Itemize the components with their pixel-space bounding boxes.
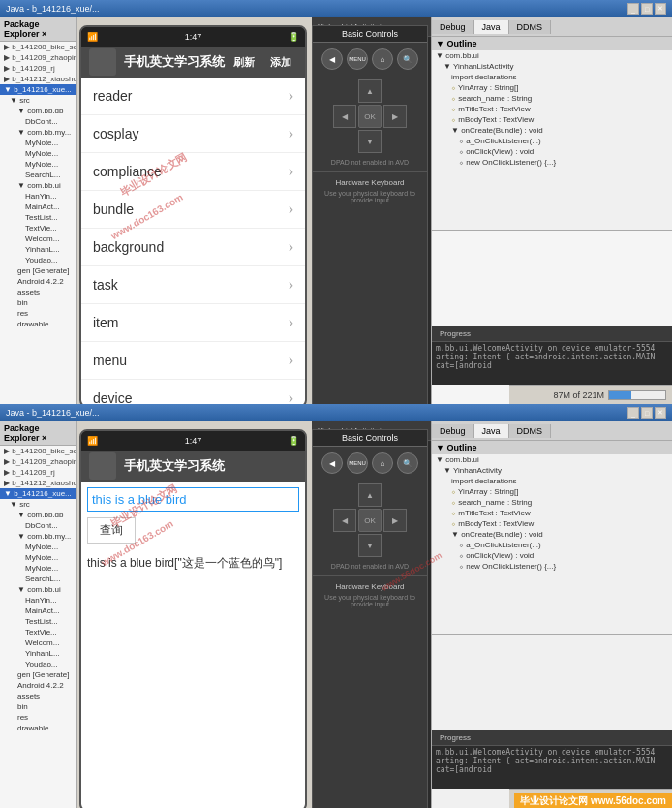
java-tab[interactable]: Java [474,20,509,34]
pkg-item[interactable]: Youdao... [0,255,76,265]
ddms-tab-b[interactable]: DDMS [509,424,552,438]
list-item-device[interactable]: device [81,380,305,406]
pkg-item[interactable]: TextVie... [0,223,76,233]
hw-back-btn[interactable]: ◀ [321,48,343,70]
pkg-item[interactable]: SearchL... [0,170,76,180]
hw-dpad-up-b[interactable]: ▲ [358,483,382,507]
outline-item[interactable]: ⬦ mBodyText : TextView [432,114,672,125]
pkg-item-b[interactable]: YinhanL... [0,648,76,659]
pkg-item-b[interactable]: SearchL... [0,574,76,584]
pkg-item[interactable]: ▶ b_141212_xiaosho [0,74,76,84]
pkg-item[interactable]: assets [0,287,76,297]
outline-item[interactable]: ▼ onCreate(Bundle) : void [432,125,672,136]
pkg-item-b[interactable]: MyNote... [0,542,76,552]
pkg-item[interactable]: HanYin... [0,191,76,202]
outline-item-b[interactable]: ⬦ mTitleText : TextView [432,508,672,518]
pkg-item[interactable]: ▼ com.bb.db [0,106,76,116]
hw-dpad-right-b[interactable]: ▶ [383,509,407,532]
pkg-item[interactable]: DbCont... [0,116,76,127]
pkg-item-b[interactable]: drawable [0,723,76,733]
pkg-item-b[interactable]: assets [0,691,76,701]
pkg-item-b[interactable]: ▶ b_141209_rj [0,467,76,478]
pkg-item[interactable]: ▼ src [0,95,76,106]
minimize-button-2[interactable]: _ [627,407,639,419]
outline-item-b[interactable]: ⬦ YinArray : String[] [432,486,672,497]
list-item-background[interactable]: background [81,229,305,266]
hw-menu-btn-b[interactable]: MENU [347,452,368,474]
outline-item-b[interactable]: ⬦ onClick(View) : void [432,550,672,561]
pkg-item[interactable]: TestList... [0,212,76,223]
pkg-item[interactable]: ▶ b_141209_rj [0,63,76,74]
outline-item[interactable]: ▼ com.bb.ui [432,50,672,61]
hw-dpad-right[interactable]: ▶ [383,105,407,128]
list-item-task[interactable]: task [81,266,305,304]
hw-home-btn-b[interactable]: ⌂ [372,452,393,474]
hw-dpad-left[interactable]: ◀ [333,105,356,128]
pkg-item-b[interactable]: DbCont... [0,520,76,531]
outline-item-b[interactable]: ⬦ new OnClickListener() {...} [432,561,672,572]
pkg-item-b[interactable]: ▼ com.bb.my... [0,531,76,542]
debug-tab[interactable]: Debug [432,20,474,34]
outline-item[interactable]: ⬦ a_OnClickListener(...) [432,136,672,146]
pkg-item-b[interactable]: TestList... [0,616,76,627]
phone-query-button[interactable]: 查询 [87,517,136,544]
add-button[interactable]: 添加 [270,55,291,70]
top-window-controls[interactable]: _ □ ✕ [627,3,666,15]
pkg-item[interactable]: MyNote... [0,148,76,159]
pkg-item-b[interactable]: HanYin... [0,595,76,606]
list-item-menu[interactable]: menu [81,342,305,380]
pkg-item-b[interactable]: Youdao... [0,659,76,669]
hw-dpad-center-b[interactable]: OK [358,509,382,532]
pkg-item-b[interactable]: ▼ com.bb.db [0,510,76,520]
maximize-button-2[interactable]: □ [641,407,653,419]
close-button[interactable]: ✕ [655,3,666,15]
ddms-tab[interactable]: DDMS [509,20,552,34]
java-tab-b[interactable]: Java [474,424,509,438]
pkg-item[interactable]: Android 4.2.2 [0,276,76,287]
pkg-item-b[interactable]: MainAct... [0,606,76,616]
hw-dpad-center[interactable]: OK [358,105,382,128]
outline-item-b[interactable]: ▼ onCreate(Bundle) : void [432,529,672,540]
hw-search-btn[interactable]: 🔍 [397,48,418,70]
pkg-item-b-selected[interactable]: ▼ b_141216_xue... [0,488,76,499]
outline-item[interactable]: ⬦ YinArray : String[] [432,82,672,93]
close-button-2[interactable]: ✕ [655,407,666,419]
pkg-item-selected[interactable]: ▼ b_141216_xue... [0,84,76,95]
pkg-item-b[interactable]: ▶ b_141212_xiaosho [0,478,76,488]
progress-tab-top[interactable]: Progress [432,328,478,339]
pkg-item-b[interactable]: ▶ b_141209_zhaopin [0,456,76,467]
outline-item-b[interactable]: ▼ com.bb.ui [432,454,672,465]
outline-item-b[interactable]: import declarations [432,476,672,486]
refresh-button[interactable]: 刷新 [233,55,255,70]
hw-dpad-left-b[interactable]: ◀ [333,509,356,532]
pkg-item[interactable]: ▶ b_141209_zhaopin [0,52,76,63]
outline-item-b[interactable]: ⬦ a_OnClickListener(...) [432,540,672,550]
phone-text-input[interactable] [87,487,299,512]
pkg-item[interactable]: MyNote... [0,138,76,148]
list-item-compliance[interactable]: compliance [81,153,305,191]
outline-item-b[interactable]: ▼ YinhanActivity [432,465,672,476]
outline-item[interactable]: ⬦ mTitleText : TextView [432,104,672,114]
minimize-button[interactable]: _ [627,3,639,15]
pkg-item-b[interactable]: ▼ com.bb.ui [0,584,76,595]
outline-item[interactable]: ▼ YinhanListActivity [432,61,672,72]
outline-item-b[interactable]: ⬦ mBodyText : TextView [432,518,672,529]
progress-tab-bottom[interactable]: Progress [432,732,478,743]
outline-item-b[interactable]: ⬦ search_name : String [432,497,672,508]
hw-menu-btn[interactable]: MENU [347,48,368,70]
pkg-item-b[interactable]: ▶ b_141208_bike_se [0,446,76,456]
hw-dpad-down[interactable]: ▼ [358,130,382,153]
hw-back-btn-b[interactable]: ◀ [321,452,343,474]
pkg-item[interactable]: res [0,308,76,319]
pkg-item[interactable]: drawable [0,319,76,329]
hw-dpad-down-b[interactable]: ▼ [358,534,382,557]
outline-item[interactable]: ⬦ search_name : String [432,93,672,104]
pkg-item-b[interactable]: Welcom... [0,637,76,648]
list-item-bundle[interactable]: bundle [81,191,305,229]
pkg-item[interactable]: Welcom... [0,233,76,244]
pkg-item[interactable]: gen [Generate] [0,265,76,276]
pkg-item-b[interactable]: gen [Generate] [0,669,76,680]
pkg-item[interactable]: MyNote... [0,159,76,170]
pkg-item-b[interactable]: MyNote... [0,563,76,574]
maximize-button[interactable]: □ [641,3,653,15]
